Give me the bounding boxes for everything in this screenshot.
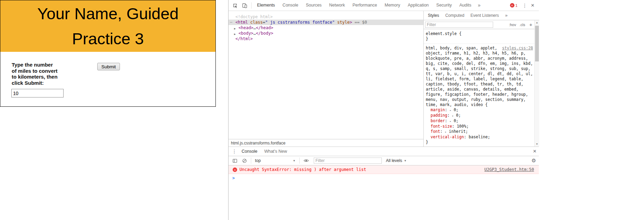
html-node-selected[interactable]: ⋯<html class=" js csstransforms fontface… <box>229 20 423 25</box>
console-drawer: ⋮ Console What's New × top ▼ <box>229 147 539 220</box>
clear-console-button[interactable] <box>240 156 249 165</box>
tab-sources[interactable]: Sources <box>302 0 325 11</box>
console-settings-gear-icon[interactable]: ⚙ <box>532 158 536 164</box>
error-count: 1 <box>515 3 518 8</box>
pseudo-state-toggle[interactable]: :hov <box>509 23 516 27</box>
css-property-margin[interactable]: margin: ▸ 0; <box>426 107 533 113</box>
instructions-line: of miles to convert <box>12 68 57 74</box>
selected-node-hint: == $0 <box>352 20 367 25</box>
log-level-label: All levels <box>386 158 402 163</box>
student-page: Your Name, Guided Practice 3 Type the nu… <box>0 0 216 107</box>
submit-button[interactable]: Submit <box>97 63 120 70</box>
error-source-link[interactable]: U2GP3_Student.htm:50 <box>485 167 534 172</box>
console-filter-input[interactable] <box>314 158 382 164</box>
instructions-line: click Submit: <box>12 80 57 86</box>
drawer-menu-icon[interactable]: ⋮ <box>231 149 238 154</box>
breadcrumb[interactable]: html.js.csstransforms.fontface <box>231 141 286 146</box>
page-title: Your Name, Guided Practice 3 <box>0 0 215 51</box>
doctype-node[interactable]: <!doctype html> <box>229 14 423 20</box>
scrollbar-thumb[interactable] <box>535 26 539 61</box>
miles-input[interactable] <box>11 89 64 97</box>
body-node[interactable]: ▶<body>…</body> <box>229 31 423 36</box>
close-brace: } <box>426 36 428 41</box>
gutter-dots-icon: ⋯ <box>230 20 232 25</box>
toolbar-divider <box>251 158 251 164</box>
page-banner: Your Name, Guided Practice 3 <box>0 0 215 52</box>
element-style-section[interactable]: element.style { } <box>424 30 534 44</box>
javascript-context-selector[interactable]: top ▼ <box>253 158 298 163</box>
new-style-rule-icon[interactable]: + <box>529 22 532 27</box>
device-toolbar-button[interactable] <box>240 1 249 10</box>
styles-sidebar: Styles Computed Event Listeners » :hov .… <box>423 11 539 147</box>
instructions-text: Type the number of miles to convert to k… <box>12 62 57 86</box>
tab-application[interactable]: Application <box>404 0 432 11</box>
tab-elements[interactable]: Elements <box>253 0 279 11</box>
inspect-cursor-icon <box>232 3 238 8</box>
console-prompt-chevron: > <box>232 176 235 181</box>
eye-icon <box>303 158 309 163</box>
shorthand-expand-icon[interactable]: ▸ <box>449 120 451 123</box>
tab-security[interactable]: Security <box>433 0 456 11</box>
error-count-badge[interactable]: × 1 <box>510 3 518 8</box>
console-toolbar: top ▼ All levels ▼ ⚙ <box>229 156 539 165</box>
context-label: top <box>255 158 261 163</box>
error-icon: × <box>233 167 237 172</box>
styles-scrollbar[interactable]: ▲ ▼ <box>534 20 539 147</box>
rule-selector-block: styles.css:28html, body, div, span, appl… <box>426 46 533 107</box>
more-sidebar-tabs-icon[interactable]: » <box>502 11 511 20</box>
tab-network[interactable]: Network <box>325 0 349 11</box>
log-level-selector[interactable]: All levels ▼ <box>386 158 407 163</box>
devtools-panel: Elements Console Sources Network Perform… <box>228 0 539 220</box>
console-prompt-row[interactable]: > <box>229 174 539 182</box>
error-message: Uncaught SyntaxError: missing ) after ar… <box>240 167 366 172</box>
styles-rules: element.style { } styles.css:28html, bod… <box>424 30 534 147</box>
tab-console[interactable]: Console <box>279 0 302 11</box>
device-toolbar-icon <box>242 3 247 8</box>
doctype-text: <!doctype html> <box>235 14 273 19</box>
scroll-up-icon[interactable]: ▲ <box>535 20 539 25</box>
tab-computed[interactable]: Computed <box>442 11 467 20</box>
elements-panel: <!doctype html> ⋯<html class=" js csstra… <box>229 11 423 147</box>
drawer-tab-whats-new[interactable]: What's New <box>261 147 290 156</box>
error-badge-icon: × <box>510 3 514 8</box>
tab-memory[interactable]: Memory <box>381 0 404 11</box>
css-rule-reset[interactable]: styles.css:28html, body, div, span, appl… <box>424 44 534 147</box>
shorthand-expand-icon[interactable]: ▸ <box>452 114 454 117</box>
css-property-vertical-align[interactable]: vertical-align: baseline; <box>426 135 533 140</box>
drawer-close-icon[interactable]: × <box>531 148 539 155</box>
instructions-line: to kilometers, then <box>12 74 57 80</box>
tab-styles[interactable]: Styles <box>425 11 442 20</box>
close-brace: } <box>426 140 428 144</box>
css-property-padding[interactable]: padding: ▸ 0; <box>426 113 533 118</box>
devtools-menu-icon[interactable]: ⋮ <box>521 3 529 8</box>
inspect-element-button[interactable] <box>230 1 240 10</box>
dom-tree: <!doctype html> ⋯<html class=" js csstra… <box>229 11 423 42</box>
devtools-close-icon[interactable]: × <box>529 2 537 9</box>
head-node[interactable]: ▶<head>…</head> <box>229 25 423 31</box>
chevron-down-icon: ▼ <box>293 159 296 162</box>
styles-tab-bar: Styles Computed Event Listeners » <box>424 11 539 20</box>
css-property-border[interactable]: border: ▸ 0; <box>426 118 533 124</box>
html-close-node[interactable]: </html> <box>229 36 423 42</box>
console-sidebar-button[interactable] <box>230 156 240 165</box>
toolbar-right-group: × 1 ⋮ × <box>510 2 539 9</box>
styles-filter-bar: :hov .cls + <box>424 20 539 29</box>
console-error-row: × Uncaught SyntaxError: missing ) after … <box>229 165 539 174</box>
console-sidebar-icon <box>232 158 237 163</box>
scroll-down-icon[interactable]: ▼ <box>535 142 539 147</box>
tab-event-listeners[interactable]: Event Listeners <box>467 11 502 20</box>
stylesheet-source-link[interactable]: styles.css:28 <box>502 46 533 51</box>
element-class-toggle[interactable]: .cls <box>520 23 525 27</box>
drawer-tab-bar: ⋮ Console What's New × <box>229 147 539 156</box>
toolbar-divider <box>251 2 252 9</box>
more-tabs-icon[interactable]: » <box>475 0 483 11</box>
shorthand-expand-icon[interactable]: ▸ <box>449 109 451 112</box>
tab-audits[interactable]: Audits <box>456 0 475 11</box>
tab-performance[interactable]: Performance <box>349 0 381 11</box>
live-expression-button[interactable] <box>301 156 311 165</box>
shorthand-expand-icon[interactable]: ▸ <box>445 130 447 134</box>
css-property-font[interactable]: font: ▸ inherit; <box>426 129 533 135</box>
styles-filter-input[interactable] <box>425 22 493 28</box>
css-property-font-size[interactable]: font-size: 100%; <box>426 124 533 129</box>
drawer-tab-console[interactable]: Console <box>238 147 261 156</box>
